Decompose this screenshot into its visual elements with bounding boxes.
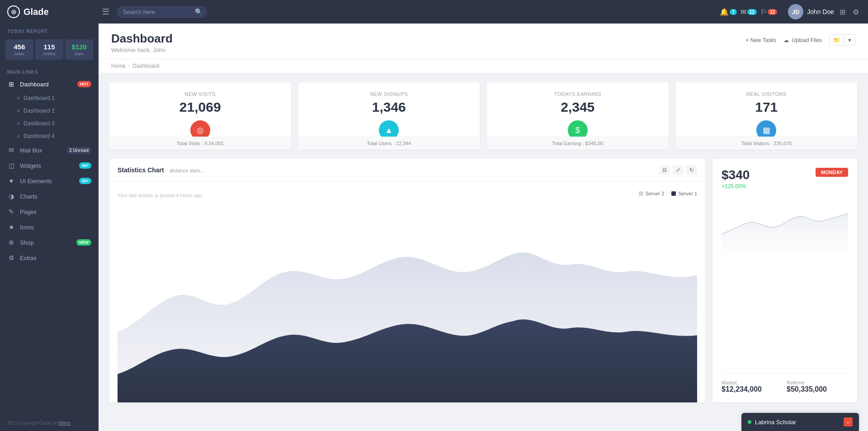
stat-label-earning: Todays Earning: [496, 91, 660, 97]
sidebar-item-dashboard3[interactable]: Dashboard 3: [0, 117, 99, 130]
sidebar-item-ui-elements[interactable]: ♥ UI Elements 40+: [0, 173, 99, 189]
sidebar-sub-label-4: Dashboard 4: [24, 133, 55, 139]
sub-dot: [17, 97, 20, 99]
chat-header-left: Labrina Scholar: [748, 419, 796, 426]
sidebar-item-dashboard1[interactable]: Dashboard 1: [0, 92, 99, 104]
sidebar-item-icons[interactable]: ★ Icons: [0, 219, 99, 235]
sidebar-stat-sales-lbl: Sales: [8, 52, 31, 56]
sidebar-mail-badge: 2 Unread: [66, 147, 91, 154]
chart-row: Statistics Chart distance stats... ⊟ ⤢ ↻…: [109, 159, 857, 403]
breadcrumb-separator: /: [128, 63, 130, 69]
side-panel-day-badge: MONDAY: [816, 168, 848, 177]
chat-close-button[interactable]: –: [844, 417, 853, 426]
chart-copy-button[interactable]: ⊟: [659, 165, 670, 175]
sidebar-mail-label: Mail Box: [20, 147, 62, 154]
breadcrumb-current: Dashboard: [132, 63, 159, 69]
logo-icon: ◎: [7, 5, 20, 18]
side-mini-chart: [722, 198, 848, 369]
legend-server1: Server 1: [671, 191, 697, 196]
page-header-actions: + New Tasks ☁ Upload Files 📁 ▾: [745, 32, 855, 46]
chart-placeholder: Your last activity is posted 4 hours ago: [118, 189, 202, 202]
chart-header: Statistics Chart distance stats... ⊟ ⤢ ↻: [109, 159, 705, 182]
sidebar-stat-orders-lbl: Orders: [38, 52, 61, 56]
stat-value-signups: 1,346: [307, 99, 471, 115]
sidebar-item-dashboard[interactable]: ⊞ Dashboard HOT: [0, 76, 99, 92]
sidebar-shop-label: Shop: [20, 239, 72, 246]
sidebar-widgets-label: Widgets: [20, 162, 75, 169]
sidebar-item-pages[interactable]: ✎ Pages: [0, 204, 99, 219]
sidebar-charts-label: Charts: [20, 193, 91, 200]
side-panel-change: +125.00%: [722, 183, 750, 189]
main-links-label: MAIN LINKS: [0, 65, 99, 76]
sidebar-item-charts[interactable]: ◑ Charts: [0, 189, 99, 204]
stat-label-visitors: Real Visitors: [685, 91, 849, 97]
market-item: Market $12,234,000: [722, 380, 783, 393]
sidebar-item-extras[interactable]: ⚙ Extras: [0, 250, 99, 265]
flag-button[interactable]: ⚐ 12: [760, 8, 777, 16]
chat-user-name: Labrina Scholar: [755, 419, 796, 426]
referral-item: Referrel $50,335,000: [787, 380, 848, 393]
server1-dot: [671, 191, 676, 196]
stat-footer-earning: Total Earning : $345,00: [487, 137, 669, 150]
search-icon[interactable]: 🔍: [195, 8, 203, 15]
mail-icon: ✉: [7, 147, 15, 154]
sidebar-icons-label: Icons: [20, 224, 91, 231]
page-title: Dashboard: [111, 32, 173, 46]
hamburger-button[interactable]: ☰: [102, 7, 109, 17]
market-label: Market: [722, 380, 783, 385]
sidebar-widgets-badge: 40+: [79, 162, 91, 169]
sidebar-sub-label-1: Dashboard 1: [24, 95, 55, 101]
stat-card-signups: New Signups 1,346 ▲ Total Users : 22,344: [298, 82, 480, 150]
chart-subtitle: distance stats...: [170, 168, 204, 173]
sidebar-stat-earn: $120 Earn: [65, 39, 93, 60]
sidebar-item-widgets[interactable]: ◫ Widgets 40+: [0, 158, 99, 173]
chat-widget: Labrina Scholar –: [741, 413, 859, 431]
mail-button[interactable]: ✉ 12: [741, 8, 757, 16]
user-name: John Doe: [807, 8, 834, 15]
sidebar-item-shop[interactable]: ⊛ Shop NEW: [0, 235, 99, 250]
chart-refresh-button[interactable]: ↻: [686, 165, 697, 175]
upload-files-button[interactable]: ☁ Upload Files: [783, 37, 822, 43]
sub-dot: [17, 109, 20, 112]
online-indicator: [748, 420, 751, 424]
settings-button[interactable]: ⚙: [851, 6, 861, 18]
stat-value-visitors: 171: [685, 99, 849, 115]
breadcrumb: Home / Dashboard: [99, 59, 868, 73]
heart-icon: ♥: [7, 177, 15, 185]
search-input[interactable]: [117, 6, 207, 18]
stat-footer-visitors: Total Visitors : 235,670: [676, 137, 858, 150]
sidebar-footer: 2017 Copyright Glade by bitlers: [0, 415, 99, 431]
sidebar: TODAY REPORT 456 Sales 115 Orders $120 E…: [0, 24, 99, 431]
sidebar-item-dashboard4[interactable]: Dashboard 4: [0, 130, 99, 142]
sidebar-stat-sales: 456 Sales: [5, 39, 33, 60]
area-chart-svg: [118, 204, 697, 403]
side-panel: $340 +125.00% MONDAY: [712, 159, 857, 403]
chart-legend: Server 2 Server 1: [639, 191, 697, 196]
sidebar-item-mailbox[interactable]: ✉ Mail Box 2 Unread: [0, 142, 99, 158]
charts-icon: ◑: [7, 193, 15, 200]
stat-cards-grid: New Visits 21,069 ◎ Total Visits : 9,34,…: [109, 82, 857, 150]
apps-button[interactable]: ⊞: [838, 6, 847, 18]
statistics-chart-card: Statistics Chart distance stats... ⊟ ⤢ ↻…: [109, 159, 705, 403]
sidebar-item-dashboard2[interactable]: Dashboard 2: [0, 104, 99, 117]
extras-icon: ⚙: [7, 254, 15, 261]
upload-icon: ☁: [783, 37, 789, 43]
footer-link[interactable]: bitlers: [58, 421, 71, 426]
sub-dot: [17, 122, 20, 125]
legend-server2: Server 2: [639, 191, 665, 196]
dashboard-icon: ⊞: [7, 81, 15, 88]
page-header: Dashboard Welcome back, John + New Tasks…: [99, 24, 868, 59]
mail-badge: 12: [747, 9, 757, 15]
widgets-icon: ◫: [7, 162, 15, 169]
sidebar-dashboard-badge: HOT: [77, 81, 91, 87]
chart-expand-button[interactable]: ⤢: [673, 165, 684, 175]
bell-button[interactable]: 🔔 7: [720, 8, 737, 16]
folder-dropdown-button[interactable]: ▾: [844, 35, 855, 45]
breadcrumb-home[interactable]: Home: [111, 63, 126, 69]
stat-card-visits: New Visits 21,069 ◎ Total Visits : 9,34,…: [109, 82, 291, 150]
stat-label-visits: New Visits: [118, 91, 282, 97]
user-menu[interactable]: JD John Doe: [788, 4, 834, 19]
sidebar-pages-label: Pages: [20, 208, 91, 215]
new-tasks-button[interactable]: + New Tasks: [745, 37, 776, 43]
folder-button[interactable]: 📁: [830, 35, 844, 45]
